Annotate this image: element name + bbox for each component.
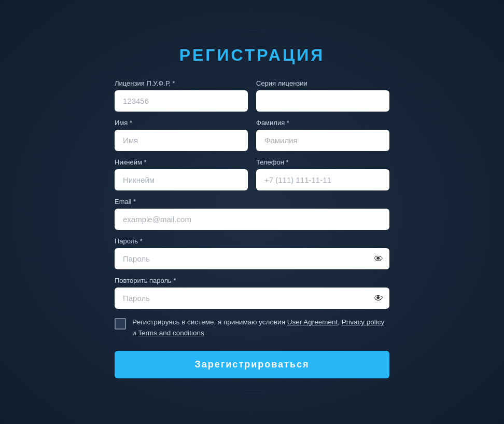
- terms-conditions-link[interactable]: Terms and conditions: [138, 329, 204, 337]
- group-license: Лицензия П.У.Ф.Р. *: [115, 79, 248, 112]
- confirm-password-input[interactable]: [115, 288, 389, 309]
- page-title: РЕГИСТРАЦИЯ: [115, 46, 389, 65]
- row-email: Email *: [115, 198, 389, 230]
- group-password: Пароль * 👁: [115, 237, 389, 269]
- first-name-input[interactable]: [115, 130, 248, 151]
- group-nickname: Никнейм *: [115, 158, 248, 190]
- group-confirm-password: Повторить пароль * 👁: [115, 277, 389, 309]
- nickname-label: Никнейм *: [115, 158, 248, 166]
- password-label: Пароль *: [115, 237, 389, 245]
- submit-button[interactable]: Зарегистрироваться: [115, 351, 389, 378]
- row-password: Пароль * 👁: [115, 237, 389, 269]
- nickname-input[interactable]: [115, 169, 248, 190]
- privacy-policy-link[interactable]: Privacy policy: [342, 318, 385, 326]
- row-confirm-password: Повторить пароль * 👁: [115, 277, 389, 309]
- confirm-password-wrapper: 👁: [115, 288, 389, 309]
- row-nickname-phone: Никнейм * Телефон *: [115, 158, 389, 190]
- confirm-password-toggle-icon[interactable]: 👁: [374, 293, 383, 304]
- password-wrapper: 👁: [115, 248, 389, 269]
- email-label: Email *: [115, 198, 389, 206]
- last-name-label: Фамилия *: [256, 119, 389, 127]
- row-license: Лицензия П.У.Ф.Р. * Серия лицензии: [115, 79, 389, 112]
- password-toggle-icon[interactable]: 👁: [374, 253, 383, 264]
- license-series-label: Серия лицензии: [256, 79, 389, 87]
- registration-form: РЕГИСТРАЦИЯ Лицензия П.У.Ф.Р. * Серия ли…: [115, 35, 389, 389]
- confirm-password-label: Повторить пароль *: [115, 277, 389, 284]
- license-input[interactable]: [115, 90, 248, 112]
- group-license-series: Серия лицензии: [256, 79, 389, 112]
- terms-row: Регистрируясь в системе, я принимаю усло…: [115, 317, 389, 338]
- email-input[interactable]: [115, 209, 389, 230]
- last-name-input[interactable]: [256, 130, 389, 151]
- group-last-name: Фамилия *: [256, 119, 389, 151]
- license-series-input[interactable]: [256, 90, 389, 112]
- first-name-label: Имя *: [115, 119, 248, 127]
- row-name: Имя * Фамилия *: [115, 119, 389, 151]
- group-phone: Телефон *: [256, 158, 389, 190]
- terms-checkbox[interactable]: [115, 318, 126, 330]
- user-agreement-link[interactable]: User Agreement: [287, 318, 338, 326]
- password-input[interactable]: [115, 248, 389, 269]
- phone-label: Телефон *: [256, 158, 389, 166]
- group-email: Email *: [115, 198, 389, 230]
- terms-label: Регистрируясь в системе, я принимаю усло…: [132, 317, 389, 338]
- group-first-name: Имя *: [115, 119, 248, 151]
- license-label: Лицензия П.У.Ф.Р. *: [115, 79, 248, 87]
- phone-input[interactable]: [256, 169, 389, 190]
